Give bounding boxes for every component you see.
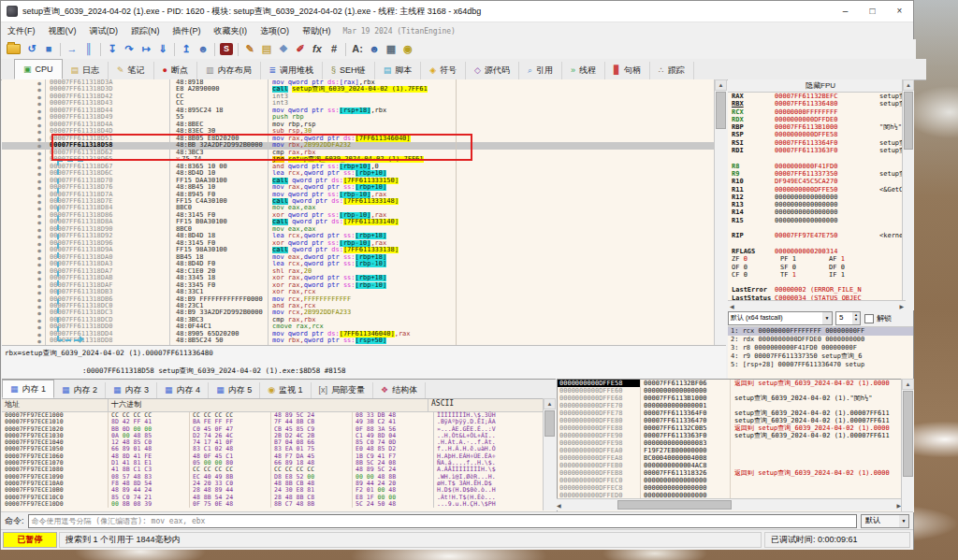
tab-笔记[interactable]: ✎笔记 — [109, 62, 154, 79]
register-row[interactable]: RCX00000000FFFFFFFF — [728, 108, 913, 116]
menu-file[interactable]: 文件(F) — [1, 25, 42, 37]
register-row[interactable]: RBX00007FF611336480setup查 — [728, 100, 913, 108]
register-row[interactable] — [728, 224, 913, 232]
breakpoint-dot-icon[interactable]: ● — [34, 337, 46, 344]
dump-tab-内存 5[interactable]: ▦内存 5 — [209, 382, 260, 398]
scroll-thumb[interactable] — [903, 391, 913, 477]
stack-row[interactable]: 0000000000DFFEA8BC00040000004008 — [558, 454, 914, 462]
breakpoint-dot-icon[interactable]: ● — [34, 150, 46, 156]
stack-row[interactable]: 0000000000DFFE700000000000000001 — [558, 402, 914, 409]
run-icon[interactable]: → — [64, 41, 80, 57]
breakpoint-dot-icon[interactable]: ● — [34, 114, 46, 121]
checkbox-icon[interactable] — [864, 314, 874, 323]
dump-rows[interactable]: 00007FF97ECE1000CC CC CC CCCC CC CC CC48… — [2, 412, 556, 508]
breakpoint-dot-icon[interactable]: ● — [34, 282, 46, 289]
tab-脚本[interactable]: ▤脚本 — [375, 62, 422, 79]
stack-row[interactable]: 0000000000DFFE8800007FF61132C0B5返回到 setu… — [558, 424, 914, 432]
breakpoint-dot-icon[interactable]: ● — [34, 275, 46, 281]
register-row[interactable]: R10DF949EC45C5CA270 — [728, 178, 913, 185]
register-row[interactable] — [728, 154, 913, 162]
dump-tab-监视 1[interactable]: ◉监视 1 — [260, 382, 311, 398]
patches-icon[interactable]: ✎ — [241, 41, 258, 57]
run-to-user-code-icon[interactable]: ↥ — [178, 41, 195, 57]
arguments-list[interactable]: 1: rcx 00000000FFFFFFFF 00000000FF2: rdx… — [728, 326, 913, 380]
stack-row[interactable]: 0000000000DFFE9000007FF6113363F0setup查询_… — [558, 432, 914, 439]
breakpoint-dot-icon[interactable]: ● — [34, 178, 46, 184]
breakpoint-dot-icon[interactable]: ● — [34, 184, 46, 191]
breakpoint-dot-icon[interactable]: ● — [34, 170, 46, 177]
breakpoint-dot-icon[interactable]: ● — [34, 100, 46, 107]
breakpoint-dot-icon[interactable]: ● — [34, 247, 46, 253]
breakpoint-dot-icon[interactable]: ● — [34, 108, 46, 114]
argument-row[interactable]: 1: rcx 00000000FFFFFFFF 00000000FF — [728, 327, 913, 336]
menu-options[interactable]: 选项(O) — [254, 25, 296, 37]
breakpoint-dot-icon[interactable]: ● — [34, 136, 46, 142]
close-button[interactable]: × — [886, 2, 913, 21]
scroll-right-icon[interactable]: ▶ — [899, 303, 904, 309]
register-row[interactable]: RFLAGS0000000000200314 — [728, 248, 913, 255]
dump-tab-局部变量[interactable]: [x]局部变量 — [312, 382, 374, 398]
tab-句柄[interactable]: ▊句柄 — [605, 62, 650, 79]
register-row[interactable]: R110000000000DFFE50<&GetCo — [728, 186, 913, 194]
calculator-icon[interactable]: ▦ — [383, 41, 399, 57]
shortcuts-icon[interactable]: # — [326, 41, 342, 57]
scroll-up-icon[interactable]: ▲ — [903, 79, 914, 91]
tab-引用[interactable]: ⌕引用 — [519, 62, 562, 79]
menu-help[interactable]: 帮助(H) — [296, 25, 338, 37]
menu-debug[interactable]: 调试(D) — [83, 25, 125, 37]
step-out-icon[interactable]: ⇓ — [154, 41, 171, 57]
stack-row[interactable]: 0000000000DFFE6800007FF6113B1000setup查询_… — [558, 395, 914, 402]
breakpoint-dot-icon[interactable]: ● — [34, 261, 46, 267]
stack-row[interactable]: 0000000000DFFE600000000000000000 — [558, 387, 914, 395]
tab-源代码[interactable]: ◇源代码 — [466, 62, 519, 79]
register-row[interactable]: CF 0TF 1IF 1 — [728, 271, 913, 279]
stack-row[interactable]: 0000000000DFFE7800007FF6113364F0setup查询_… — [558, 409, 914, 417]
breakpoint-dot-icon[interactable]: ● — [34, 86, 46, 93]
register-row[interactable]: OF 0SF 0DF 0 — [728, 264, 913, 271]
stop-icon[interactable]: ■ — [40, 41, 57, 57]
breakpoint-dot-icon[interactable]: ● — [34, 254, 46, 261]
breakpoint-dot-icon[interactable]: ● — [34, 212, 46, 219]
stack-scrollbar[interactable]: ▲ — [901, 379, 914, 511]
register-row[interactable]: R150000000000000000 — [728, 217, 913, 224]
stack-row[interactable]: 0000000000DFFEB800007FF611318326返回到 setu… — [558, 469, 914, 477]
stack-row[interactable]: 0000000000DFFEA0F19F27EB00000000 — [558, 447, 914, 454]
disasm-row[interactable]: ●00007FF611318DD848:8B5C24 50mov rbx,qwo… — [2, 337, 726, 344]
breakpoint-dot-icon[interactable]: ● — [34, 240, 46, 247]
open-file-icon[interactable] — [7, 44, 21, 54]
register-row[interactable]: ZF 0PF 1AF 1 — [728, 255, 913, 263]
font-icon[interactable]: A: — [349, 41, 366, 57]
register-row[interactable] — [728, 240, 913, 248]
register-row[interactable]: R900007FF611337350setup查 — [728, 170, 913, 178]
breakpoint-dot-icon[interactable]: ● — [34, 268, 46, 275]
tab-符号[interactable]: ◈符号 — [421, 62, 466, 79]
minimize-button[interactable]: – — [832, 2, 859, 21]
tab-线程[interactable]: »线程 — [562, 62, 605, 79]
maximize-button[interactable]: □ — [859, 2, 886, 21]
restart-icon[interactable]: ↺ — [23, 41, 40, 57]
argument-row[interactable]: 2: rdx 0000000000DFFDE0 0000000000 — [728, 336, 913, 344]
tab-断点[interactable]: ●断点 — [154, 62, 197, 79]
disassembly-pane[interactable]: ●00007FF611318D3A48:8918mov qword ptr ds… — [2, 79, 727, 345]
dump-tab-内存 3[interactable]: ▦内存 3 — [106, 382, 157, 398]
bookmarks-icon[interactable]: ✐ — [292, 41, 309, 57]
breakpoint-dot-icon[interactable]: ● — [34, 128, 46, 135]
breakpoint-dot-icon[interactable]: ● — [34, 317, 46, 323]
register-row[interactable] — [728, 279, 913, 286]
menu-view[interactable]: 视图(V) — [42, 25, 83, 37]
dump-scrollbar[interactable]: ▲ — [543, 398, 556, 510]
register-row[interactable]: R140000000000000000 — [728, 208, 913, 216]
breakpoint-dot-icon[interactable]: ● — [34, 156, 46, 163]
pause-icon[interactable]: ║ — [80, 41, 97, 57]
breakpoint-dot-icon[interactable]: ● — [34, 289, 46, 295]
tab-跟踪[interactable]: ∴跟踪 — [650, 62, 694, 79]
register-row[interactable]: R80000000000F41FD0 — [728, 163, 913, 170]
register-row[interactable]: RBP00007FF6113B1000"閺h½" — [728, 123, 913, 131]
argument-row[interactable]: 5: [rsp+28] 00007FF611336470 setup — [728, 361, 913, 369]
comments-icon[interactable]: ▤ — [258, 41, 275, 57]
stack-row[interactable]: 0000000000DFFE980000000000000083 — [558, 439, 914, 447]
stack-panel[interactable]: 0000000000DFFE5800007FF61132BF06返回到 setu… — [557, 379, 914, 512]
breakpoint-dot-icon[interactable]: ● — [34, 303, 46, 309]
functions-icon[interactable]: fx — [309, 41, 326, 57]
argument-row[interactable]: 4: r9 00007FF611337350 setup查询_6 — [728, 352, 913, 361]
